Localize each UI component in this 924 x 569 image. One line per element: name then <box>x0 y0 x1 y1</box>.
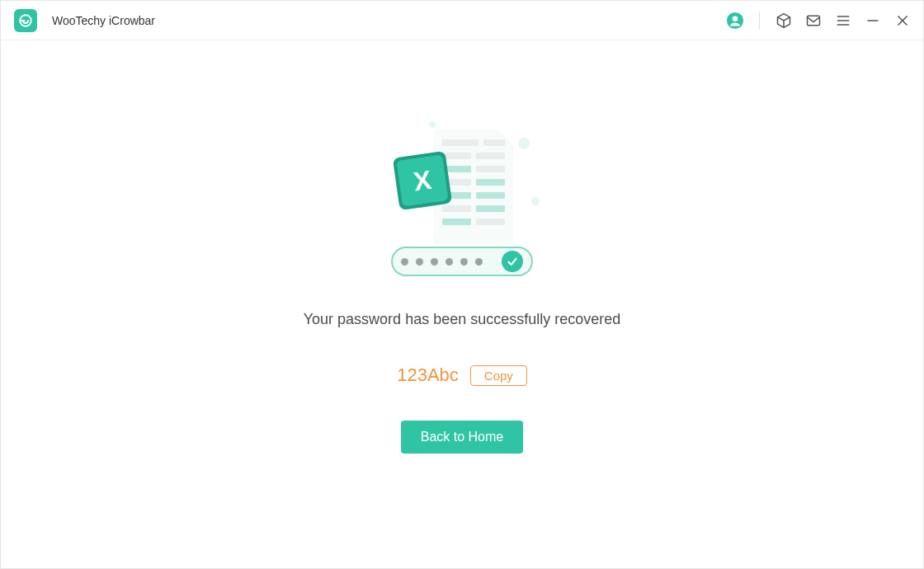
main-content: X Your password has been successfully re… <box>1 40 923 568</box>
logo-glyph-icon <box>18 13 33 28</box>
back-to-home-button[interactable]: Back to Home <box>401 421 523 454</box>
password-dot <box>460 258 468 266</box>
minimize-icon[interactable] <box>864 12 882 30</box>
mail-icon[interactable] <box>804 12 823 30</box>
app-window: WooTechy iCrowbar <box>0 0 924 569</box>
cube-icon[interactable] <box>775 12 793 30</box>
status-message: Your password has been successfully reco… <box>304 311 621 328</box>
excel-file-icon: X <box>393 151 452 210</box>
password-dot <box>401 258 408 266</box>
title-divider <box>759 12 760 30</box>
decor-bubble <box>531 197 540 205</box>
app-title: WooTechy iCrowbar <box>52 14 155 27</box>
success-illustration: X <box>380 115 544 288</box>
svg-rect-4 <box>808 16 820 26</box>
recovered-password: 123Abc <box>397 364 459 386</box>
document-rows <box>442 139 505 225</box>
password-dot <box>446 258 453 266</box>
menu-icon[interactable] <box>834 12 852 30</box>
account-icon[interactable] <box>726 12 744 30</box>
password-dot <box>475 258 483 266</box>
title-bar: WooTechy iCrowbar <box>1 1 923 40</box>
password-row: 123Abc Copy <box>397 364 527 386</box>
password-dot <box>431 258 438 266</box>
decor-bubble <box>429 121 436 128</box>
svg-point-3 <box>733 16 738 21</box>
password-pill <box>391 247 533 276</box>
decor-bubble <box>518 138 530 149</box>
app-logo <box>14 9 37 32</box>
title-bar-actions <box>726 12 912 30</box>
password-dot <box>416 258 423 266</box>
close-icon[interactable] <box>893 12 912 30</box>
check-icon <box>502 251 523 272</box>
copy-button[interactable]: Copy <box>470 365 527 386</box>
